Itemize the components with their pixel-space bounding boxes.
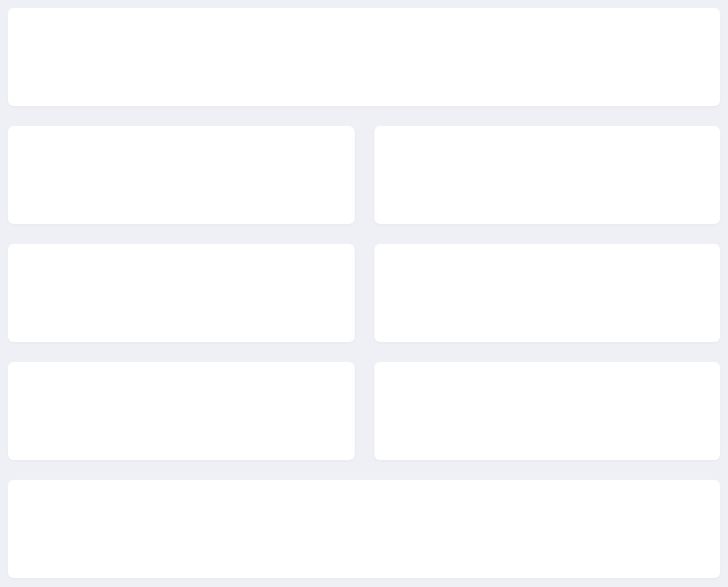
skeleton-card-half xyxy=(8,362,355,460)
skeleton-row xyxy=(8,126,720,224)
skeleton-card-half xyxy=(374,362,721,460)
skeleton-row xyxy=(8,244,720,342)
skeleton-card-full-top xyxy=(8,8,720,106)
skeleton-card-half xyxy=(374,126,721,224)
skeleton-container xyxy=(8,8,720,578)
skeleton-card-full-bottom xyxy=(8,480,720,578)
skeleton-card-half xyxy=(8,244,355,342)
skeleton-card-half xyxy=(8,126,355,224)
skeleton-card-half xyxy=(374,244,721,342)
skeleton-row xyxy=(8,362,720,460)
